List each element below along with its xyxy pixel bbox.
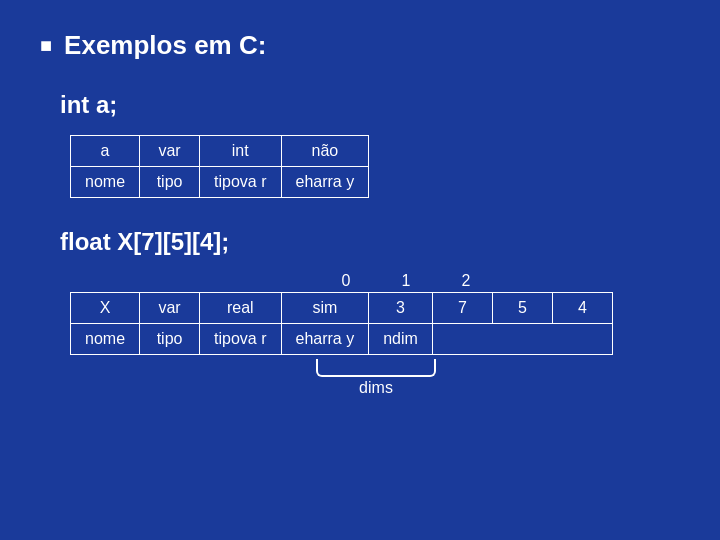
cell-nome2: nome [71, 324, 140, 355]
table-row: nome tipo tipova r eharra y ndim [71, 324, 613, 355]
cell-real: real [200, 293, 281, 324]
title-row: ■ Exemplos em C: [40, 30, 680, 61]
dim-label-2: 2 [436, 272, 496, 290]
page: ■ Exemplos em C: int a; a var int não no… [0, 0, 720, 540]
bullet-icon: ■ [40, 34, 52, 57]
cell-nao: não [281, 136, 369, 167]
cell-eharray2: eharra y [281, 324, 369, 355]
int-table: a var int não nome tipo tipova r eharra … [70, 135, 369, 198]
dim-label-1: 1 [376, 272, 436, 290]
cell-dims-placeholder [432, 324, 612, 355]
int-keyword: int a; [60, 91, 117, 118]
cell-sim: sim [281, 293, 369, 324]
float-code-line: float X[7][5][4]; [60, 228, 680, 256]
dim-label-0: 0 [316, 272, 376, 290]
cell-eharray: eharra y [281, 167, 369, 198]
cell-5: 5 [492, 293, 552, 324]
cell-var2: var [140, 293, 200, 324]
cell-var: var [140, 136, 200, 167]
cell-tipo: tipo [140, 167, 200, 198]
int-code-line: int a; [60, 91, 680, 119]
int-table-container: a var int não nome tipo tipova r eharra … [70, 135, 680, 198]
cell-nome: nome [71, 167, 140, 198]
cell-4: 4 [552, 293, 612, 324]
cell-3: 3 [369, 293, 433, 324]
cell-x: X [71, 293, 140, 324]
table-row: a var int não [71, 136, 369, 167]
int-section: int a; a var int não nome tipo tipova r … [60, 91, 680, 198]
dims-indicator: dims [316, 359, 436, 397]
cell-tipovar2: tipova r [200, 324, 281, 355]
page-title: Exemplos em C: [64, 30, 266, 61]
cell-a-name: a [71, 136, 140, 167]
cell-7: 7 [432, 293, 492, 324]
float-table: X var real sim 3 7 5 4 nome tipo tipova … [70, 292, 613, 355]
dims-bracket-row: dims [316, 359, 680, 397]
table-row: X var real sim 3 7 5 4 [71, 293, 613, 324]
cell-ndim: ndim [369, 324, 433, 355]
cell-tipovar: tipova r [200, 167, 281, 198]
bracket-line [316, 359, 436, 377]
cell-int: int [200, 136, 281, 167]
float-table-wrapper: 0 1 2 X var real sim 3 7 5 4 nome tipo [70, 272, 680, 397]
float-section: float X[7][5][4]; 0 1 2 X var real sim 3… [60, 228, 680, 397]
float-keyword: float X[7][5][4]; [60, 228, 229, 255]
dims-labels-row: 0 1 2 [316, 272, 680, 290]
dims-label-text: dims [359, 379, 393, 397]
cell-tipo2: tipo [140, 324, 200, 355]
table-row: nome tipo tipova r eharra y [71, 167, 369, 198]
